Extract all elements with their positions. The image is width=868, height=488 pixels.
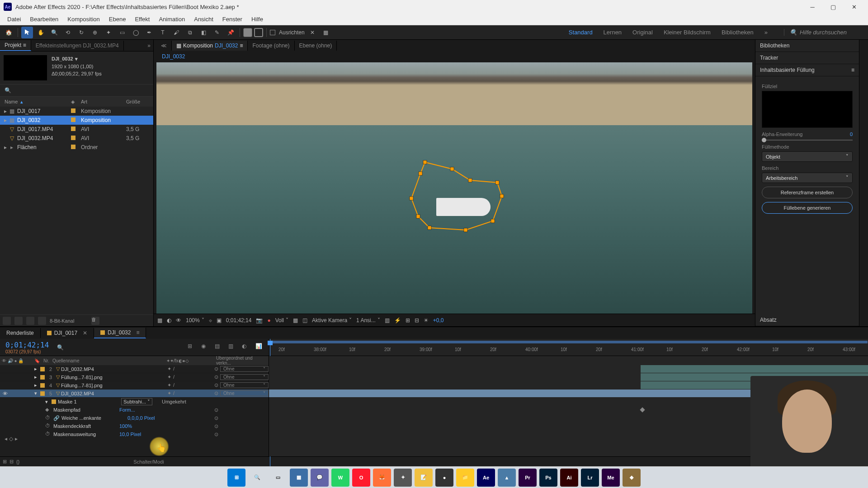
col-quellenname[interactable]: Quellenname bbox=[51, 358, 165, 363]
dropdown-icon[interactable]: ▾ bbox=[75, 55, 78, 63]
type-tool[interactable]: T bbox=[157, 27, 169, 38]
mask-prop-1[interactable]: ⏱🔗Weiche ...enkante0,0,0,0 Pixel⊙ bbox=[0, 414, 269, 422]
taskbar-me[interactable]: Me bbox=[602, 469, 620, 487]
trash-button[interactable]: 🗑 bbox=[91, 317, 99, 325]
timeline-ruler[interactable]: 20f38:00f10f20f39:00f10f20f40:00f10f20f4… bbox=[269, 339, 868, 356]
keyframe-diamond[interactable] bbox=[640, 407, 645, 412]
taskbar-opera[interactable]: O bbox=[352, 469, 370, 487]
workspace-standard[interactable]: Standard bbox=[569, 29, 593, 36]
adjust-button[interactable] bbox=[38, 317, 46, 325]
panel-content-aware-fill[interactable]: Inhaltsbasierte Füllung≡ bbox=[755, 64, 859, 76]
project-search[interactable]: 🔍 bbox=[0, 84, 153, 97]
timeline-tab-0[interactable]: DJI_0017✕ bbox=[41, 328, 94, 338]
new-folder-button[interactable] bbox=[14, 317, 23, 325]
layer-row-3[interactable]: ▸3▽ Füllung...7-81].png✦/⊙Ohne˅ bbox=[0, 373, 269, 381]
menu-datei[interactable]: Datei bbox=[3, 14, 25, 24]
project-item-3[interactable]: ▽DJI_0032.MP4AVI3,5 G bbox=[0, 134, 153, 143]
mask-header-row[interactable]: ▾Maske 1Subtrahi... ˅Umgekehrt bbox=[0, 398, 269, 406]
toggle-switches-icon[interactable]: ⊞ bbox=[3, 459, 7, 465]
menu-ebene[interactable]: Ebene bbox=[104, 14, 131, 24]
taskbar-app1[interactable]: ✦ bbox=[394, 469, 412, 487]
resolution-dropdown[interactable]: Voll ˅ bbox=[275, 317, 288, 324]
clone-tool[interactable]: ⧉ bbox=[184, 27, 196, 38]
taskbar-task-view[interactable]: ▭ bbox=[269, 469, 287, 487]
tab-footage[interactable]: Footage (ohne) bbox=[248, 41, 294, 51]
workspace-kleiner[interactable]: Kleiner Bildschirm bbox=[664, 29, 711, 36]
menu-effekt[interactable]: Effekt bbox=[130, 14, 154, 24]
taskbar-ai[interactable]: Ai bbox=[560, 469, 578, 487]
snapping-tool[interactable]: ✕ bbox=[307, 27, 318, 38]
taskbar-ae[interactable]: Ae bbox=[477, 469, 495, 487]
viewer-timecode[interactable]: 0;01;42;14 bbox=[226, 317, 252, 324]
draft-3d-icon[interactable]: ◉ bbox=[201, 343, 210, 352]
workspace-bibliotheken[interactable]: Bibliotheken bbox=[722, 29, 754, 36]
layer-row-4[interactable]: ▸4▽ Füllung...7-81].png✦/⊙Ohne˅ bbox=[0, 381, 269, 389]
range-dropdown[interactable]: Arbeitsbereich˅ bbox=[762, 173, 853, 183]
snap-grid-tool[interactable]: ▦ bbox=[320, 27, 332, 38]
help-search[interactable]: 🔍 Hilfe durchsuchen bbox=[784, 29, 865, 36]
stroke-color[interactable] bbox=[254, 28, 263, 37]
tab-renderliste[interactable]: Renderliste bbox=[0, 328, 41, 338]
motion-blur-icon[interactable]: ◐ bbox=[242, 343, 251, 352]
switches-modes-toggle[interactable]: Schalter/Modi bbox=[133, 459, 164, 465]
graph-editor-icon[interactable]: 📊 bbox=[255, 343, 264, 352]
menu-komposition[interactable]: Komposition bbox=[63, 14, 104, 24]
snapshot-icon[interactable]: 📷 bbox=[256, 317, 263, 324]
frame-blend-icon[interactable]: ▥ bbox=[228, 343, 237, 352]
taskbar-search[interactable]: 🔍 bbox=[248, 469, 266, 487]
bit-depth-label[interactable]: 8-Bit-Kanal bbox=[50, 318, 74, 324]
taskbar-windows[interactable]: ⊞ bbox=[227, 469, 245, 487]
mask-prop-3[interactable]: ⏱Maskenausweitung10,0 Pixel⊙ bbox=[0, 430, 269, 438]
create-reference-frame-button[interactable]: Referenzframe erstellen bbox=[762, 187, 853, 198]
comp-flow-icon[interactable]: ⊟ bbox=[415, 317, 419, 324]
camera-dropdown[interactable]: Aktive Kamera ˅ bbox=[312, 317, 352, 324]
exposure-value[interactable]: +0,0 bbox=[433, 317, 444, 324]
minimize-button[interactable]: ─ bbox=[802, 0, 823, 14]
project-item-2[interactable]: ▽DJI_0017.MP4AVI3,5 G bbox=[0, 125, 153, 134]
tab-ebene[interactable]: Ebene (ohne) bbox=[295, 41, 337, 51]
pixel-aspect-icon[interactable]: ▥ bbox=[385, 317, 390, 324]
work-area-bar[interactable] bbox=[270, 341, 868, 343]
ellipse-tool[interactable]: ◯ bbox=[130, 27, 142, 38]
align-checkbox[interactable] bbox=[270, 30, 275, 35]
taskbar-obs[interactable]: ● bbox=[435, 469, 453, 487]
roto-tool[interactable]: ✎ bbox=[211, 27, 223, 38]
guides-icon[interactable]: ▦ bbox=[293, 317, 298, 324]
hide-shy-icon[interactable]: ▤ bbox=[215, 343, 224, 352]
taskbar-pr[interactable]: Pr bbox=[519, 469, 537, 487]
toggle-modes-icon[interactable]: ⊟ bbox=[9, 459, 14, 465]
timeline-search[interactable]: 🔍 bbox=[54, 343, 99, 352]
brush-tool[interactable]: 🖌 bbox=[170, 27, 182, 38]
views-dropdown[interactable]: 1 Ansi... ˅ bbox=[356, 317, 380, 324]
anchor-tool[interactable]: ✦ bbox=[103, 27, 114, 38]
maximize-button[interactable]: ▢ bbox=[823, 0, 844, 14]
channel-icon[interactable]: ● bbox=[267, 317, 270, 324]
layer-row-5[interactable]: 👁▾5▽ DJI_0032.MP4✦/⊙Ohne˅ bbox=[0, 389, 269, 398]
menu-bearbeiten[interactable]: Bearbeiten bbox=[25, 14, 63, 24]
alpha-exp-value[interactable]: 0 bbox=[850, 131, 853, 137]
taskbar-ps[interactable]: Ps bbox=[539, 469, 557, 487]
composition-viewer[interactable] bbox=[156, 62, 752, 314]
panel-tracker[interactable]: Tracker bbox=[755, 52, 859, 64]
project-item-1[interactable]: ▸▦DJI_0032Komposition bbox=[0, 116, 153, 125]
roi-icon[interactable]: ▣ bbox=[217, 317, 222, 324]
viewer-transparency-icon[interactable]: ◐ bbox=[167, 317, 171, 324]
next-keyframe-icon[interactable]: ▸ bbox=[15, 436, 18, 442]
close-button[interactable]: ✕ bbox=[844, 0, 864, 14]
alpha-exp-slider[interactable] bbox=[762, 140, 853, 141]
fill-method-dropdown[interactable]: Objekt˅ bbox=[762, 151, 853, 162]
taskbar-firefox[interactable]: 🦊 bbox=[373, 469, 391, 487]
project-item-0[interactable]: ▸▦DJI_0017Komposition bbox=[0, 107, 153, 116]
rotate-tool[interactable]: ↻ bbox=[75, 27, 87, 38]
project-item-4[interactable]: ▸▸FlächenOrdner bbox=[0, 143, 153, 152]
orbit-tool[interactable]: ⟲ bbox=[62, 27, 74, 38]
tab-projekt[interactable]: Projekt ≡ bbox=[0, 40, 31, 51]
fill-color[interactable] bbox=[243, 28, 252, 37]
col-parent[interactable]: Übergeordnet und verkn... bbox=[214, 356, 269, 366]
mask-prop-0[interactable]: ◆MaskenpfadForm...⊙ bbox=[0, 406, 269, 414]
viewer-grid-icon[interactable]: ▦ bbox=[157, 317, 162, 324]
mask-prop-2[interactable]: ⏱Maskendeckkraft100%⊙ bbox=[0, 422, 269, 430]
prev-keyframe-icon[interactable]: ◂ bbox=[5, 436, 7, 442]
menu-fenster[interactable]: Fenster bbox=[218, 14, 247, 24]
add-keyframe-icon[interactable]: ◇ bbox=[9, 436, 13, 442]
